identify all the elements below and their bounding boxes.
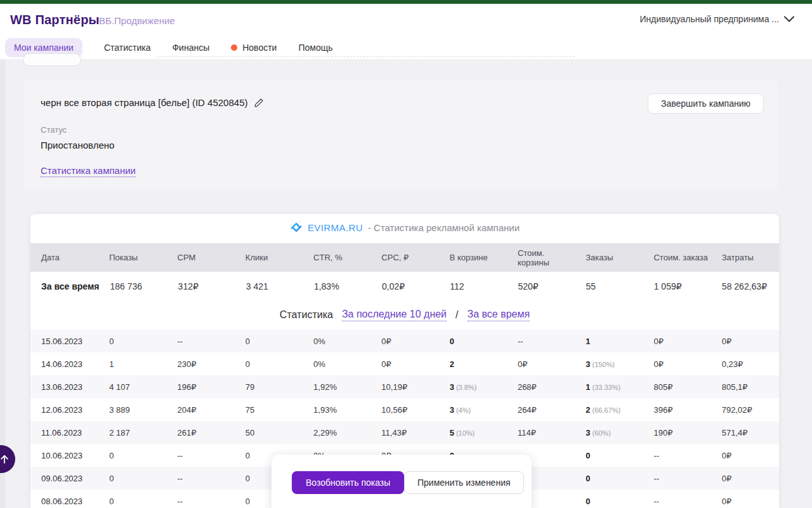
table-cell: 1,93%	[303, 405, 370, 415]
table-cell: 805₽	[643, 382, 710, 392]
status-value: Приостановлено	[41, 140, 114, 150]
table-row: 11.06.20232 187261₽502,29%11,43₽5 (10%)1…	[30, 421, 779, 444]
table-cell: 4 107	[98, 382, 166, 392]
column-header: Клики	[235, 253, 303, 262]
table-cell: 12.06.2023	[30, 405, 98, 415]
campaign-card: черн все вторая страница [белье] (ID 452…	[24, 79, 778, 191]
nav-item-finance[interactable]: Финансы	[172, 43, 209, 53]
table-cell: 14.06.2023	[30, 359, 98, 369]
table-cell: --	[167, 474, 235, 483]
table-row: 12.06.20233 889204₽751,93%10,56₽3 (4%)26…	[30, 398, 779, 421]
campaign-actions-panel: Возобновить показы Применить изменения	[272, 455, 532, 508]
account-selector[interactable]: Индивидуальный предпринима ...	[639, 14, 794, 24]
table-cell: 0	[235, 337, 303, 346]
table-cell: 190₽	[643, 428, 710, 438]
column-header: Стоим. корзины	[507, 248, 575, 267]
table-cell: 1,83%	[303, 281, 371, 291]
table-cell: 15.06.2023	[30, 337, 98, 346]
truncated-button[interactable]	[23, 53, 81, 66]
table-cell: 3 (150%)	[575, 359, 643, 369]
table-cell: 792,02₽	[711, 405, 779, 415]
summary-label: За все время	[30, 281, 99, 291]
table-cell: --	[167, 337, 235, 346]
column-header: Заказы	[575, 253, 643, 262]
table-cell: 5 (10%)	[439, 428, 507, 438]
table-cell: 0₽	[507, 359, 575, 369]
table-cell: 2 187	[98, 428, 166, 438]
evirma-brand[interactable]: EVIRMA.RU	[308, 222, 363, 233]
table-cell: --	[167, 451, 235, 460]
table-cell: 0	[575, 497, 643, 506]
table-cell: 0₽	[711, 497, 779, 506]
table-cell: 2	[439, 359, 507, 369]
table-cell: 0,02₽	[371, 281, 439, 291]
period-link-all-time[interactable]: За все время	[468, 309, 530, 321]
period-label: Статистика	[280, 309, 333, 321]
scroll-to-top-button[interactable]	[0, 445, 15, 473]
table-cell: 08.06.2023	[30, 497, 98, 506]
column-header: Стоим. заказа	[643, 253, 710, 262]
column-header: CPM	[167, 253, 235, 262]
table-cell: 1 (33.33%)	[575, 382, 643, 392]
finish-campaign-button[interactable]: Завершить кампанию	[648, 93, 764, 114]
table-cell: 268₽	[507, 382, 575, 392]
status-label: Статус	[41, 125, 67, 135]
table-row: 13.06.20234 107196₽791,92%10,19₽3 (3.8%)…	[30, 375, 779, 398]
table-cell: 261₽	[167, 428, 235, 438]
table-cell: 520₽	[507, 281, 575, 291]
table-cell: 0	[98, 474, 166, 483]
table-cell: 75	[235, 405, 303, 415]
widget-title-text: - Статистика рекламной кампании	[368, 222, 520, 233]
table-cell: 3 889	[98, 405, 166, 415]
table-cell: 0₽	[711, 474, 779, 483]
column-header: Затраты	[711, 253, 779, 262]
nav-item-help[interactable]: Помощь	[298, 43, 332, 53]
table-cell: 1	[98, 359, 166, 369]
campaign-statistics-link[interactable]: Статистика кампании	[41, 165, 136, 177]
table-cell: 50	[235, 428, 303, 438]
table-cell: 112	[439, 281, 507, 291]
truncated-row-divider	[156, 57, 575, 57]
table-cell: 264₽	[507, 405, 575, 415]
table-cell: --	[643, 474, 710, 483]
table-cell: 230₽	[167, 359, 235, 369]
resume-impressions-button[interactable]: Возобновить показы	[292, 471, 404, 494]
table-cell: 3 (3.8%)	[439, 382, 507, 392]
table-cell: 3 (4%)	[439, 405, 507, 415]
apply-changes-button[interactable]: Применить изменения	[404, 471, 524, 494]
table-cell: 1,92%	[303, 382, 370, 392]
table-cell: 3 421	[235, 281, 303, 291]
table-cell: 0	[235, 359, 303, 369]
page-left-gutter	[0, 59, 5, 508]
table-cell: 0	[98, 451, 166, 460]
account-name: Индивидуальный предпринима ...	[639, 14, 779, 24]
brand-logo[interactable]: WB Партнёры	[10, 13, 100, 27]
table-cell: 0	[439, 337, 507, 346]
campaign-title: черн все вторая страница [белье] (ID 452…	[41, 97, 247, 108]
column-header: CPC, ₽	[370, 253, 438, 262]
stats-summary-row: За все время186 736312₽3 4211,83%0,02₽11…	[30, 272, 779, 300]
table-cell: 0₽	[643, 337, 710, 346]
table-cell: 0%	[303, 337, 370, 346]
table-cell: 10,56₽	[370, 405, 438, 415]
table-cell: 10.06.2023	[30, 451, 98, 460]
table-cell: --	[507, 337, 575, 346]
table-cell: 0₽	[643, 359, 710, 369]
period-link-recent[interactable]: За последние 10 дней	[342, 309, 447, 321]
edit-pencil-icon[interactable]	[254, 98, 264, 108]
table-row: 14.06.20231230₽00%0₽20₽3 (150%)0₽0,23₽	[30, 352, 779, 375]
table-cell: 396₽	[643, 405, 710, 415]
table-cell: 13.06.2023	[30, 382, 98, 392]
table-cell: 312₽	[167, 281, 235, 291]
table-cell: 58 262,63₽	[711, 281, 779, 291]
table-cell: 0%	[303, 359, 370, 369]
table-cell: 1	[575, 337, 643, 346]
column-header: Дата	[30, 253, 98, 262]
stats-table-header: ДатаПоказыCPMКликиCTR, %CPC, ₽В корзинеС…	[30, 243, 779, 272]
nav-item-news[interactable]: Новости	[231, 43, 277, 53]
table-cell: 196₽	[167, 382, 235, 392]
table-cell: 79	[235, 382, 303, 392]
table-cell: 0₽	[711, 451, 779, 460]
table-row: 15.06.20230--00%0₽0--10₽0₽	[30, 330, 779, 352]
nav-item-statistics[interactable]: Статистика	[104, 43, 151, 53]
